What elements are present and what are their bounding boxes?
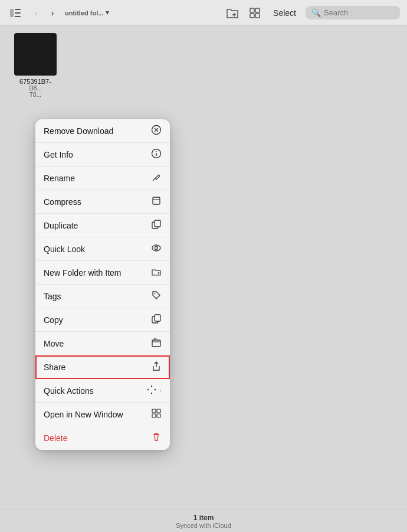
menu-icon-quick-actions [146, 384, 157, 397]
folder-title[interactable]: untitled fol... ▾ [65, 9, 109, 17]
svg-rect-34 [157, 409, 160, 413]
svg-rect-33 [152, 409, 156, 413]
menu-label-rename: Rename [44, 174, 75, 183]
svg-rect-35 [152, 414, 156, 417]
svg-rect-27 [155, 315, 160, 321]
menu-item-move[interactable]: Move [35, 332, 170, 355]
context-menu: Remove DownloadGet InfoRenameCompressDup… [35, 119, 170, 450]
toolbar: ‹ › untitled fol... ▾ Select 🔍 [0, 0, 407, 26]
file-sub2: T0... [29, 92, 41, 98]
search-input[interactable] [324, 8, 394, 17]
menu-icon-get-info [151, 148, 162, 161]
menu-label-quick-look: Quick Look [44, 244, 85, 254]
svg-rect-8 [250, 14, 254, 18]
menu-icon-remove-download [151, 125, 162, 138]
nav-buttons: ‹ › [28, 5, 60, 21]
menu-item-duplicate[interactable]: Duplicate [35, 214, 170, 237]
file-sub1: D8... [29, 85, 41, 92]
menu-item-copy[interactable]: Copy [35, 308, 170, 332]
menu-icon-share [151, 361, 162, 374]
menu-icon-new-folder-with-item [151, 266, 162, 279]
svg-rect-9 [255, 14, 260, 18]
menu-chevron-quick-actions: › [159, 387, 162, 395]
folder-title-text: untitled fol... [65, 9, 103, 17]
svg-rect-0 [10, 9, 14, 17]
svg-line-16 [153, 178, 155, 181]
menu-item-remove-download[interactable]: Remove Download [35, 119, 170, 143]
menu-item-new-folder-with-item[interactable]: New Folder with Item [35, 261, 170, 285]
svg-rect-20 [155, 220, 160, 227]
menu-label-remove-download: Remove Download [44, 126, 113, 136]
menu-item-share[interactable]: Share [35, 355, 170, 379]
menu-label-quick-actions: Quick Actions [44, 386, 94, 396]
menu-item-delete[interactable]: Delete [35, 426, 170, 450]
menu-label-new-folder-with-item: New Folder with Item [44, 268, 121, 278]
menu-label-open-in-new-window: Open in New Window [44, 410, 123, 419]
svg-rect-17 [153, 197, 160, 204]
menu-item-open-in-new-window[interactable]: Open in New Window [35, 403, 170, 426]
menu-item-quick-look[interactable]: Quick Look [35, 237, 170, 261]
search-box[interactable]: 🔍 [306, 6, 400, 19]
svg-point-30 [155, 389, 156, 390]
forward-button[interactable]: › [45, 5, 60, 21]
menu-icon-move [151, 337, 162, 350]
file-name: 675391B7- [19, 78, 51, 85]
select-button[interactable]: Select [268, 6, 301, 20]
menu-icon-open-in-new-window [151, 408, 162, 421]
svg-point-31 [151, 392, 152, 393]
menu-item-compress[interactable]: Compress [35, 190, 170, 214]
menu-icon-quick-look [151, 243, 162, 256]
view-toggle-button[interactable] [246, 4, 264, 22]
main-content: 675391B7- D8... T0... Remove DownloadGet… [0, 26, 407, 510]
svg-point-25 [155, 293, 156, 294]
menu-icon-compress [151, 195, 162, 208]
menu-item-tags[interactable]: Tags [35, 285, 170, 308]
menu-icon-delete [151, 432, 162, 445]
svg-rect-1 [15, 9, 21, 10]
menu-label-tags: Tags [44, 292, 61, 301]
menu-label-duplicate: Duplicate [44, 221, 78, 230]
file-thumbnail [14, 33, 57, 76]
menu-label-share: Share [44, 363, 65, 372]
menu-icon-duplicate [151, 219, 162, 232]
search-icon: 🔍 [311, 8, 321, 17]
menu-item-get-info[interactable]: Get Info [35, 143, 170, 167]
menu-label-delete: Delete [44, 433, 67, 443]
status-sync-label: Synced with iCloud [176, 522, 231, 529]
folder-title-chevron: ▾ [106, 9, 109, 17]
svg-rect-28 [152, 340, 160, 347]
svg-rect-7 [255, 8, 260, 12]
svg-point-15 [156, 151, 157, 152]
svg-rect-6 [250, 8, 254, 12]
menu-icon-rename [151, 172, 162, 185]
menu-item-quick-actions[interactable]: Quick Actions› [35, 379, 170, 403]
menu-icon-tags [151, 290, 162, 303]
file-item[interactable]: 675391B7- D8... T0... [12, 33, 59, 98]
menu-label-get-info: Get Info [44, 150, 73, 159]
svg-point-22 [155, 246, 158, 249]
svg-rect-3 [15, 16, 21, 17]
svg-point-21 [152, 245, 160, 251]
menu-item-rename[interactable]: Rename [35, 167, 170, 190]
new-folder-button[interactable] [224, 4, 241, 22]
svg-point-32 [147, 389, 149, 390]
status-item-count: 1 item [193, 514, 214, 522]
menu-label-move: Move [44, 339, 64, 348]
status-bar: 1 item Synced with iCloud [0, 510, 407, 532]
menu-label-copy: Copy [44, 315, 63, 325]
back-button[interactable]: ‹ [28, 5, 44, 21]
sidebar-toggle-button[interactable] [7, 5, 24, 21]
svg-rect-36 [157, 414, 160, 417]
svg-rect-2 [15, 12, 21, 14]
svg-point-29 [151, 385, 152, 386]
menu-icon-copy [151, 314, 162, 327]
menu-label-compress: Compress [44, 197, 81, 207]
